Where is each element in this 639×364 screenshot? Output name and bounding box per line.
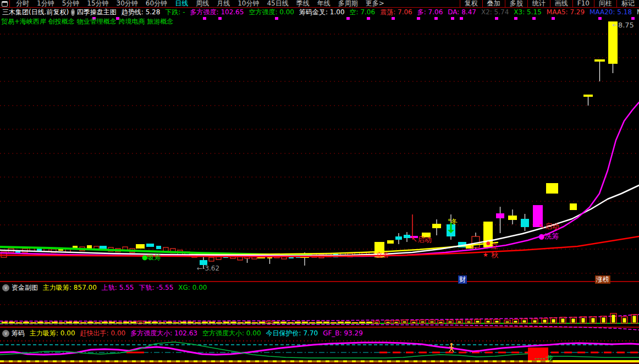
field-趋势线: 趋势线: 5.28	[122, 8, 161, 16]
period-menu-bar: 分时1分钟5分钟15分钟30分钟60分钟日线周线月线10分钟45日线季线年线多周…	[0, 0, 639, 8]
window-icon[interactable]	[2, 1, 8, 7]
menu-item-多周期[interactable]: 多周期	[334, 0, 362, 7]
toolbar-button-间柱[interactable]: 间柱	[594, 0, 616, 7]
field-主力吸筹: 主力吸筹: 0.00	[30, 329, 75, 337]
fund-indicator-values: 主力吸筹: 857.00上轨: 5.55下轨: -5.55XG: 0.00	[43, 283, 212, 293]
fund-panel-title: 资金副图	[12, 283, 38, 293]
svg-text:↖启动: ↖启动	[411, 235, 432, 244]
menu-item-10分钟[interactable]: 10分钟	[234, 0, 263, 7]
menu-item-5分钟[interactable]: 5分钟	[58, 0, 84, 7]
field-空方强度大小: 空方强度大小: 0.00	[202, 329, 261, 337]
field-MAA5: MAA5: 7.29	[547, 8, 585, 16]
fund-panel-header: ∨ 资金副图 主力吸筹: 857.00上轨: 5.55下轨: -5.55XG: …	[0, 283, 212, 293]
svg-text:立春: 立春	[376, 251, 389, 259]
menu-item-15分钟[interactable]: 15分钟	[83, 0, 112, 7]
field-MAA60: MAA60: 4.37	[637, 8, 639, 16]
stock-title: 三木集团(日线.前复权)	[2, 8, 69, 17]
field-X2: X2: 5.74	[481, 8, 509, 16]
info-bar: 三木集团(日线.前复权) ∨ 四季操盘主图 趋势线: 5.28下跌: -多方强度…	[0, 8, 639, 16]
svg-text:●洗筹: ●洗筹	[538, 232, 559, 240]
menu-item-45日线[interactable]: 45日线	[263, 0, 292, 7]
indicator-values: 趋势线: 5.28下跌: -多方强度: 102.65空方强度: 0.00筹码金叉…	[122, 8, 639, 17]
toolbar-button-复权[interactable]: 复权	[460, 0, 482, 7]
svg-text:立: 立	[491, 242, 498, 250]
chart-canvas[interactable]: ●吸筹←-3.62↖启动°冬↖启动●洗筹立秋★●立春←8.75----龙	[0, 0, 639, 364]
chip-panel-header: ∨ 筹码 主力吸筹: 0.00赶快出手: 0.00多方强度大小: 102.63空…	[0, 329, 368, 338]
field-DA: DA: 8.47	[448, 8, 476, 16]
toolbar-button-统计[interactable]: 统计	[527, 0, 550, 7]
field-XG: XG: 0.00	[178, 284, 207, 291]
toolbar-button-多股[interactable]: 多股	[505, 0, 527, 7]
menu-divider	[9, 0, 10, 7]
field-多方强度大小: 多方强度大小: 102.63	[130, 329, 197, 337]
svg-text:°冬: °冬	[448, 218, 458, 225]
chip-panel-title: 筹码	[12, 329, 25, 338]
field-下轨: 下轨: -5.55	[139, 284, 173, 291]
chevron-down-icon[interactable]: ∨	[2, 330, 9, 337]
badge-涨榜[interactable]: 涨榜	[595, 275, 610, 284]
main-indicator-name: 四季操盘主图	[77, 8, 117, 17]
field-筹码金叉: 筹码金叉: 1.00	[299, 8, 345, 16]
field-空: 空: 7.06	[350, 8, 376, 16]
field-主力吸筹: 主力吸筹: 857.00	[43, 284, 97, 291]
tdx-app-window: 分时1分钟5分钟15分钟30分钟60分钟日线周线月线10分钟45日线季线年线多周…	[0, 0, 639, 364]
chip-indicator-values: 主力吸筹: 0.00赶快出手: 0.00多方强度大小: 102.63空方强度大小…	[30, 329, 368, 338]
toolbar-button-画线[interactable]: 画线	[550, 0, 572, 7]
svg-text:←8.75: ←8.75	[612, 21, 634, 29]
menu-item-周线[interactable]: 周线	[192, 0, 213, 7]
field-下跌: 下跌: -	[165, 8, 185, 16]
toolbar-button-标记[interactable]: 标记	[616, 0, 639, 7]
badge-财[interactable]: 财	[458, 275, 467, 284]
toolbar-buttons: 复权叠加多股统计画线F10间柱标记	[460, 0, 639, 7]
menu-item-更多>[interactable]: 更多>	[362, 0, 388, 7]
field-MAA20: MAA20: 5.18	[590, 8, 632, 16]
menu-item-年线[interactable]: 年线	[313, 0, 334, 7]
field-上轨: 上轨: 5.55	[102, 284, 134, 291]
menu-item-日线[interactable]: 日线	[171, 0, 192, 7]
field-GF_B: GF_B: 93.29	[323, 329, 363, 337]
field-赶快出手: 赶快出手: 0.00	[80, 329, 126, 337]
field-今日保护价: 今日保护价: 7.70	[266, 329, 318, 337]
chevron-down-icon[interactable]: ∨	[2, 284, 9, 291]
svg-text:●: ●	[486, 240, 491, 246]
toolbar-button-F10[interactable]: F10	[572, 0, 594, 7]
menu-item-1分钟[interactable]: 1分钟	[33, 0, 58, 7]
svg-text:秋: 秋	[491, 251, 499, 259]
field-震荡: 震荡: 7.06	[380, 8, 412, 16]
svg-text:↖启动: ↖启动	[539, 222, 559, 230]
toolbar-button-叠加[interactable]: 叠加	[482, 0, 505, 7]
menu-item-30分钟[interactable]: 30分钟	[113, 0, 142, 7]
concept-tags[interactable]: 贸易+海峡西岸 创投概念 物业管理概念 跨境电商 旅游概念	[1, 17, 173, 26]
menu-item-季线[interactable]: 季线	[293, 0, 313, 7]
menu-item-60分钟[interactable]: 60分钟	[142, 0, 171, 7]
chevron-down-icon[interactable]: ∨	[71, 9, 75, 16]
menu-item-分时[interactable]: 分时	[12, 0, 33, 7]
period-menu-items: 分时1分钟5分钟15分钟30分钟60分钟日线周线月线10分钟45日线季线年线多周…	[12, 0, 388, 7]
field-空方强度: 空方强度: 0.00	[249, 8, 294, 16]
field-多方强度: 多方强度: 102.65	[190, 8, 244, 16]
svg-text:←-3.62: ←-3.62	[197, 264, 219, 272]
field-X3: X3: 5.15	[514, 8, 541, 16]
svg-text:★: ★	[483, 251, 488, 258]
menu-item-月线[interactable]: 月线	[213, 0, 234, 7]
svg-text:●吸筹: ●吸筹	[142, 253, 161, 261]
field-多: 多: 7.06	[417, 8, 443, 16]
